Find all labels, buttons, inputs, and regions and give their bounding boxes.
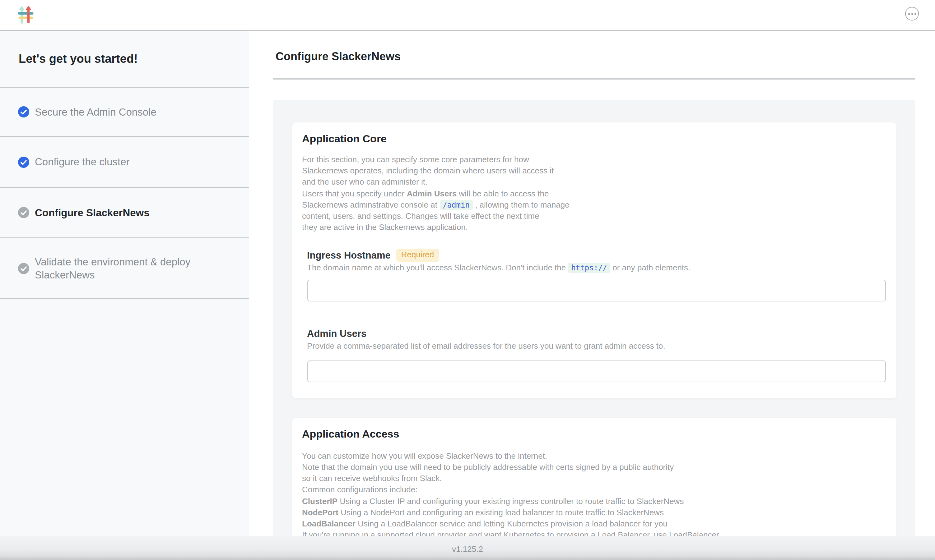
field-admin-users: Admin Users Provide a comma-separated li… xyxy=(307,327,886,382)
sidebar-item-secure-admin-console[interactable]: Secure the Admin Console xyxy=(0,88,249,137)
version-text: v1.125.2 xyxy=(452,542,483,554)
admin-users-input[interactable] xyxy=(307,360,886,382)
sidebar: Let's get you started! Secure the Admin … xyxy=(0,31,249,536)
field-label: Ingress Hostname xyxy=(307,249,391,262)
footer: v1.125.2 xyxy=(0,536,935,560)
topbar xyxy=(0,0,935,31)
sidebar-heading: Let's get you started! xyxy=(0,31,249,88)
more-menu-button[interactable] xyxy=(905,7,919,20)
form-panel: Application Core For this section, you c… xyxy=(273,100,915,536)
sidebar-item-configure-cluster[interactable]: Configure the cluster xyxy=(0,137,249,188)
field-ingress-hostname: Ingress Hostname Required The domain nam… xyxy=(307,249,886,301)
check-circle-icon xyxy=(18,106,29,117)
check-circle-icon xyxy=(18,156,29,168)
sidebar-item-label: Secure the Admin Console xyxy=(35,105,156,118)
sidebar-item-label: Configure the cluster xyxy=(35,155,130,168)
check-circle-icon xyxy=(18,207,29,218)
page-title: Configure SlackerNews xyxy=(276,50,401,63)
card-description: You can customize how you will expose Sl… xyxy=(302,451,886,536)
ingress-hostname-input[interactable] xyxy=(307,279,886,301)
check-circle-icon xyxy=(18,263,29,274)
card-description: For this section, you can specify some c… xyxy=(302,154,886,233)
field-help: The domain name at which you'll access S… xyxy=(307,263,886,274)
main-content: Configure SlackerNews Application Core F… xyxy=(249,31,935,536)
sidebar-item-configure-slackernews[interactable]: Configure SlackerNews xyxy=(0,188,249,238)
title-divider xyxy=(273,78,915,80)
sidebar-item-label: Configure SlackerNews xyxy=(35,206,150,219)
card-title: Application Core xyxy=(302,132,886,147)
field-help: Provide a comma-separated list of email … xyxy=(307,340,886,351)
app-root: Let's get you started! Secure the Admin … xyxy=(0,0,935,560)
slackernews-logo-icon xyxy=(17,5,34,24)
field-label: Admin Users xyxy=(307,327,366,340)
sidebar-item-label: Validate the environment & deploy Slacke… xyxy=(35,255,231,281)
sidebar-item-validate-deploy[interactable]: Validate the environment & deploy Slacke… xyxy=(0,238,249,299)
card-application-core: Application Core For this section, you c… xyxy=(292,122,896,398)
card-application-access: Application Access You can customize how… xyxy=(292,418,896,536)
card-title: Application Access xyxy=(302,427,886,442)
ellipsis-icon xyxy=(908,13,916,15)
required-badge: Required xyxy=(396,249,439,262)
